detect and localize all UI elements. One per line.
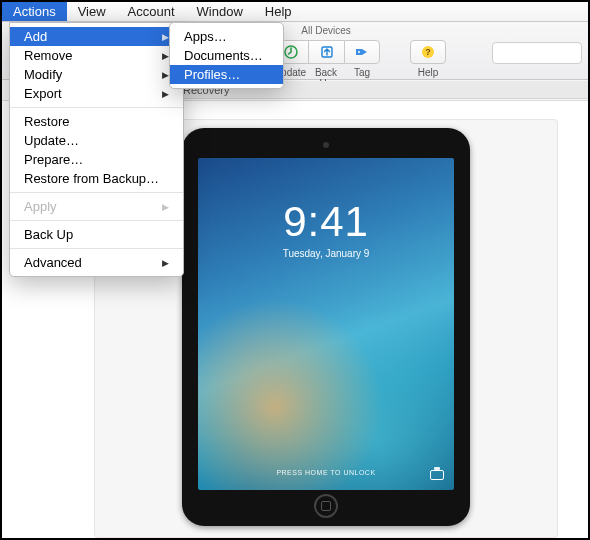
home-button-icon <box>314 494 338 518</box>
menu-item-apply: Apply ▶ <box>10 197 183 216</box>
menu-separator <box>10 192 183 193</box>
menu-item-label: Modify <box>24 67 62 82</box>
menu-item-remove[interactable]: Remove ▶ <box>10 46 183 65</box>
app-window: Actions View Account Window Help All Dev… <box>0 0 590 540</box>
backup-icon <box>319 44 335 60</box>
help-icon: ? <box>420 44 436 60</box>
device-camera-icon <box>323 142 329 148</box>
menu-item-label: Remove <box>24 48 72 63</box>
menu-item-modify[interactable]: Modify ▶ <box>10 65 183 84</box>
menu-view[interactable]: View <box>67 2 117 21</box>
submenu-arrow-icon: ▶ <box>162 70 169 80</box>
menu-item-restore[interactable]: Restore <box>10 112 183 131</box>
menu-item-label: Add <box>24 29 47 44</box>
menu-help[interactable]: Help <box>254 2 303 21</box>
menu-item-export[interactable]: Export ▶ <box>10 84 183 103</box>
lockscreen-time: 9:41 <box>198 198 454 246</box>
device-screen: 9:41 Tuesday, January 9 PRESS HOME TO UN… <box>198 158 454 490</box>
actions-menu: Add ▶ Remove ▶ Modify ▶ Export ▶ Restore… <box>9 22 184 277</box>
toolbar-all-devices: All Devices <box>272 25 380 79</box>
toolbar-help: ? Help <box>410 25 446 79</box>
menu-item-prepare[interactable]: Prepare… <box>10 150 183 169</box>
menu-item-label: Update… <box>24 133 79 148</box>
menu-actions[interactable]: Actions <box>2 2 67 21</box>
submenu-arrow-icon: ▶ <box>162 51 169 61</box>
menu-item-restore-backup[interactable]: Restore from Backup… <box>10 169 183 188</box>
add-submenu: Apps… Documents… Profiles… <box>169 22 284 89</box>
menu-item-label: Prepare… <box>24 152 83 167</box>
submenu-item-profiles[interactable]: Profiles… <box>170 65 283 84</box>
toolbar-group-label: All Devices <box>301 25 350 37</box>
tag-icon <box>354 44 370 60</box>
backup-button[interactable] <box>308 40 344 64</box>
menu-item-label: Apps… <box>184 29 227 44</box>
menu-account[interactable]: Account <box>117 2 186 21</box>
menu-window[interactable]: Window <box>186 2 254 21</box>
menu-item-update[interactable]: Update… <box>10 131 183 150</box>
menu-item-back-up[interactable]: Back Up <box>10 225 183 244</box>
submenu-arrow-icon: ▶ <box>162 32 169 42</box>
search-field[interactable] <box>492 42 582 64</box>
ipad-device: 9:41 Tuesday, January 9 PRESS HOME TO UN… <box>182 128 470 526</box>
camera-icon <box>430 470 444 480</box>
menu-item-label: Apply <box>24 199 57 214</box>
svg-point-2 <box>358 51 360 53</box>
menu-item-label: Back Up <box>24 227 73 242</box>
menu-separator <box>10 248 183 249</box>
submenu-item-documents[interactable]: Documents… <box>170 46 283 65</box>
tag-button[interactable] <box>344 40 380 64</box>
submenu-arrow-icon: ▶ <box>162 202 169 212</box>
menubar: Actions View Account Window Help <box>2 2 588 22</box>
menu-item-label: Restore from Backup… <box>24 171 159 186</box>
submenu-arrow-icon: ▶ <box>162 258 169 268</box>
submenu-item-apps[interactable]: Apps… <box>170 27 283 46</box>
menu-item-label: Restore <box>24 114 70 129</box>
menu-item-label: Profiles… <box>184 67 240 82</box>
menu-separator <box>10 107 183 108</box>
help-button[interactable]: ? <box>410 40 446 64</box>
menu-item-label: Documents… <box>184 48 263 63</box>
update-icon <box>283 44 299 60</box>
menu-item-add[interactable]: Add ▶ <box>10 27 183 46</box>
help-caption: Help <box>410 67 446 79</box>
submenu-arrow-icon: ▶ <box>162 89 169 99</box>
svg-text:?: ? <box>425 47 431 57</box>
menu-separator <box>10 220 183 221</box>
menu-item-label: Export <box>24 86 62 101</box>
lockscreen-date: Tuesday, January 9 <box>198 248 454 259</box>
lockscreen-unlock-hint: PRESS HOME TO UNLOCK <box>198 469 454 476</box>
menu-item-label: Advanced <box>24 255 82 270</box>
tag-caption: Tag <box>344 67 380 79</box>
menu-item-advanced[interactable]: Advanced ▶ <box>10 253 183 272</box>
backup-caption: Back Up <box>308 67 344 79</box>
